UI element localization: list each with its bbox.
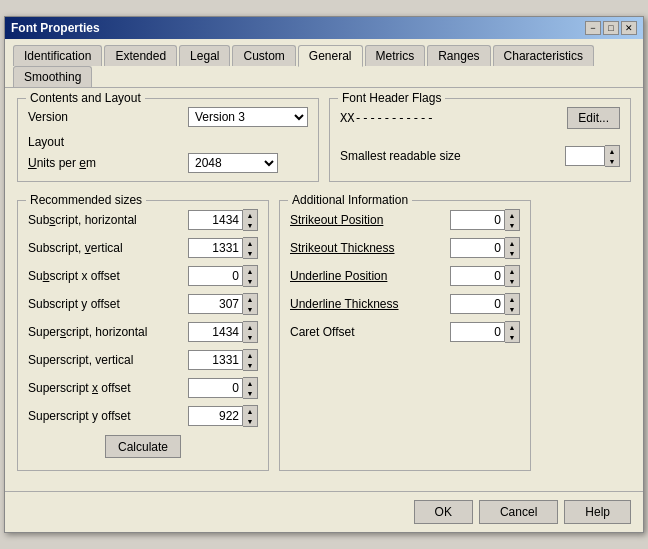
tab-ranges[interactable]: Ranges [427, 45, 490, 66]
caret-offset-value[interactable] [450, 322, 505, 342]
tab-metrics[interactable]: Metrics [365, 45, 426, 66]
minimize-button[interactable]: − [585, 21, 601, 35]
underline-thick-spinbox: ▲▼ [450, 293, 520, 315]
superscript-y-value[interactable] [188, 406, 243, 426]
underline-pos-down[interactable]: ▼ [505, 276, 519, 286]
subscript-y-down[interactable]: ▼ [243, 304, 257, 314]
smallest-row: Smallest readable size 8 ▲ ▼ [340, 145, 620, 167]
font-header-title: Font Header Flags [338, 91, 445, 105]
superscript-v-label: Superscript, vertical [28, 353, 188, 367]
caret-offset-up[interactable]: ▲ [505, 322, 519, 332]
subscript-h-spinbox: ▲▼ [188, 209, 258, 231]
title-bar-controls: − □ ✕ [585, 21, 637, 35]
font-header-section: Font Header Flags XX----------- Edit... … [329, 98, 631, 182]
strikeout-pos-down[interactable]: ▼ [505, 220, 519, 230]
underline-pos-up[interactable]: ▲ [505, 266, 519, 276]
smallest-spinbox: 8 ▲ ▼ [565, 145, 620, 167]
superscript-h-spinbox: ▲▼ [188, 321, 258, 343]
strikeout-thick-spinbox: ▲▼ [450, 237, 520, 259]
tab-legal[interactable]: Legal [179, 45, 230, 66]
subscript-y-value[interactable] [188, 294, 243, 314]
strikeout-thick-value[interactable] [450, 238, 505, 258]
subscript-x-up[interactable]: ▲ [243, 266, 257, 276]
version-select[interactable]: Version 3 Version 2 Version 4 [188, 107, 308, 127]
superscript-x-row: Superscript x offset ▲▼ [28, 377, 258, 399]
caret-offset-down[interactable]: ▼ [505, 332, 519, 342]
subscript-y-up[interactable]: ▲ [243, 294, 257, 304]
smallest-label: Smallest readable size [340, 149, 461, 163]
underline-thick-down[interactable]: ▼ [505, 304, 519, 314]
superscript-h-value[interactable] [188, 322, 243, 342]
subscript-x-row: Subscript x offset ▲▼ [28, 265, 258, 287]
superscript-x-value[interactable] [188, 378, 243, 398]
ok-button[interactable]: OK [414, 500, 473, 524]
subscript-h-row: Subscript, horizontal ▲▼ [28, 209, 258, 231]
tab-extended[interactable]: Extended [104, 45, 177, 66]
smallest-up-button[interactable]: ▲ [605, 146, 619, 156]
close-button[interactable]: ✕ [621, 21, 637, 35]
units-per-em-select[interactable]: 2048 1000 [188, 153, 278, 173]
tab-smoothing[interactable]: Smoothing [13, 66, 92, 87]
subscript-y-row: Subscript y offset ▲▼ [28, 293, 258, 315]
strikeout-pos-up[interactable]: ▲ [505, 210, 519, 220]
subscript-v-down[interactable]: ▼ [243, 248, 257, 258]
subscript-h-down[interactable]: ▼ [243, 220, 257, 230]
subscript-v-value[interactable] [188, 238, 243, 258]
subscript-y-spinbox: ▲▼ [188, 293, 258, 315]
superscript-h-label: Superscript, horizontal [28, 325, 188, 339]
main-window: Font Properties − □ ✕ Identification Ext… [4, 16, 644, 533]
underline-pos-row: Underline Position ▲▼ [290, 265, 520, 287]
help-button[interactable]: Help [564, 500, 631, 524]
underline-thick-value[interactable] [450, 294, 505, 314]
subscript-x-down[interactable]: ▼ [243, 276, 257, 286]
superscript-h-down[interactable]: ▼ [243, 332, 257, 342]
title-bar: Font Properties − □ ✕ [5, 17, 643, 39]
superscript-x-up[interactable]: ▲ [243, 378, 257, 388]
superscript-x-down[interactable]: ▼ [243, 388, 257, 398]
strikeout-pos-value[interactable] [450, 210, 505, 230]
flags-row: XX----------- Edit... [340, 107, 620, 129]
superscript-v-spinbox: ▲▼ [188, 349, 258, 371]
subscript-v-up[interactable]: ▲ [243, 238, 257, 248]
superscript-v-up[interactable]: ▲ [243, 350, 257, 360]
caret-offset-row: Caret Offset ▲▼ [290, 321, 520, 343]
subscript-v-spinbox: ▲▼ [188, 237, 258, 259]
calculate-button[interactable]: Calculate [105, 435, 181, 458]
superscript-y-down[interactable]: ▼ [243, 416, 257, 426]
maximize-button[interactable]: □ [603, 21, 619, 35]
edit-button[interactable]: Edit... [567, 107, 620, 129]
strikeout-thick-down[interactable]: ▼ [505, 248, 519, 258]
superscript-y-up[interactable]: ▲ [243, 406, 257, 416]
tab-content: Contents and Layout Version Version 3 Ve… [5, 88, 643, 491]
strikeout-pos-row: Strikeout Position ▲▼ [290, 209, 520, 231]
superscript-h-up[interactable]: ▲ [243, 322, 257, 332]
strikeout-thick-up[interactable]: ▲ [505, 238, 519, 248]
smallest-down-button[interactable]: ▼ [605, 156, 619, 166]
subscript-y-label: Subscript y offset [28, 297, 188, 311]
superscript-y-label: Superscript y offset [28, 409, 188, 423]
smallest-value[interactable]: 8 [565, 146, 605, 166]
superscript-y-row: Superscript y offset ▲▼ [28, 405, 258, 427]
subscript-x-value[interactable] [188, 266, 243, 286]
superscript-v-down[interactable]: ▼ [243, 360, 257, 370]
underline-thick-up[interactable]: ▲ [505, 294, 519, 304]
units-per-em-label: Units per em [28, 156, 188, 170]
superscript-x-label: Superscript x offset [28, 381, 188, 395]
strikeout-pos-spinbox: ▲▼ [450, 209, 520, 231]
tab-characteristics[interactable]: Characteristics [493, 45, 594, 66]
tab-general[interactable]: General [298, 45, 363, 67]
underline-pos-value[interactable] [450, 266, 505, 286]
superscript-v-value[interactable] [188, 350, 243, 370]
superscript-y-spinbox: ▲▼ [188, 405, 258, 427]
subscript-h-value[interactable] [188, 210, 243, 230]
superscript-x-spinbox: ▲▼ [188, 377, 258, 399]
additional-section: Additional Information Strikeout Positio… [279, 200, 531, 471]
calculate-row: Calculate [28, 427, 258, 462]
contents-layout-section: Contents and Layout Version Version 3 Ve… [17, 98, 319, 182]
tab-identification[interactable]: Identification [13, 45, 102, 66]
footer: OK Cancel Help [5, 491, 643, 532]
tab-custom[interactable]: Custom [232, 45, 295, 66]
underline-thick-label: Underline Thickness [290, 297, 450, 311]
cancel-button[interactable]: Cancel [479, 500, 558, 524]
subscript-h-up[interactable]: ▲ [243, 210, 257, 220]
